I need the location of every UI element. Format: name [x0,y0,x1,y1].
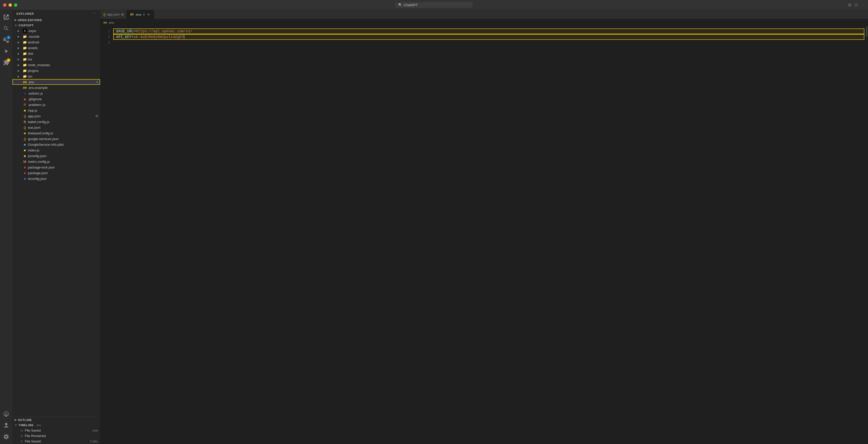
eslintrc-icon: ● [23,91,27,95]
timeline-section-header[interactable]: ▼ TIMELINE .env [12,422,100,428]
gitignore-icon: ◆ [23,97,27,101]
explorer-activity-icon[interactable] [1,12,11,22]
tree-item-appjson[interactable]: {} app.json M [12,113,100,119]
title-search-bar[interactable]: 🔍 ChatGPT [395,2,473,8]
timeline-item-label-2: File Renamed [25,434,96,438]
ios-arrow: ▶ [18,58,22,61]
package-lock-label: package-lock.json [28,165,98,169]
scrollbar-thumb [866,26,867,37]
vscode-folder-icon: 📁 [23,34,27,38]
metro-icon: M [23,159,27,164]
code-key-2: API_KEY [116,35,131,39]
search-activity-icon[interactable] [1,23,11,34]
code-line-3[interactable] [113,40,864,45]
breadcrumb-label: .env [108,21,114,25]
line-number-2: 2 [100,34,113,40]
tree-item-metro[interactable]: M metro.config.js [12,159,100,164]
android-arrow: ▶ [18,41,22,44]
assets-label: assets [28,46,98,50]
outline-arrow: ▶ [14,418,17,421]
expo-label: .expo [28,29,98,33]
tree-item-vscode[interactable]: ▶ 📁 .vscode [12,34,100,39]
plist-icon: ■ [23,142,27,147]
tree-item-indexjs[interactable]: ■ index.js [12,147,100,153]
explorer-title: EXPLORER [17,12,34,15]
remote-icon[interactable] [1,409,11,419]
activity-bar: 4 1 [0,10,12,444]
node-modules-folder-icon: 📁 [23,63,27,67]
tree-item-package[interactable]: ■ package.json [12,170,100,176]
dist-arrow: ▶ [18,52,22,55]
timeline-item-3[interactable]: File Saved 2 wks [12,439,100,444]
editor-scrollbar[interactable] [864,26,868,444]
indexjs-label: index.js [28,148,98,152]
more-icon[interactable]: ⋯ [861,3,865,7]
tree-item-eas[interactable]: {} eas.json [12,125,100,130]
tree-item-appjs[interactable]: ■ App.js [12,107,100,113]
code-editor[interactable]: 1 2 3 BASE_URL=https://api.openai.com/v1… [100,26,868,444]
tree-item-env[interactable]: ## .env U [12,79,100,85]
tree-item-eslintrc[interactable]: ● .eslintrc.js [12,91,100,96]
tree-item-package-lock[interactable]: ■ package-lock.json [12,164,100,170]
tree-item-android[interactable]: ▶ 📁 android [12,39,100,45]
babel-icon: B [23,120,27,124]
plugins-label: plugins [28,69,98,73]
outline-section-header[interactable]: ▶ OUTLINE [12,417,100,422]
customize-layout-icon[interactable]: ⊡ [855,3,858,7]
tab-appjson-badge: M [121,13,124,16]
tree-item-plist[interactable]: ■ GoogleService-Info.plist [12,141,100,147]
title-actions: ⊞ ⊡ ⋯ [848,3,865,7]
split-editor-icon[interactable]: ⊞ [848,3,851,7]
tab-env[interactable]: ## .env U ✕ [127,10,154,19]
google-services-icon: {} [23,137,27,141]
code-line-1[interactable]: BASE_URL=https://api.openai.com/v1/ [113,28,864,34]
timeline-item-2[interactable]: File Renamed [12,433,100,439]
tree-item-prettierrc[interactable]: P .prettierrc.js [12,102,100,107]
tree-item-tsconfig[interactable]: ■ tsconfig.json [12,176,100,182]
tab-env-close-icon[interactable]: ✕ [147,12,151,17]
account-icon[interactable] [1,420,11,431]
code-value-2: sk-4sBJ9e0y6m2pylx4ZgG7 [134,35,184,39]
extensions-badge: 1 [7,58,10,62]
tree-item-src[interactable]: ▶ 📁 src [12,73,100,79]
code-equals-1: = [134,29,136,33]
tree-item-firebase[interactable]: ■ firebaseConfig.ts [12,130,100,136]
src-folder-icon: 📁 [23,74,27,78]
tree-item-assets[interactable]: ▶ 📁 assets [12,45,100,51]
timeline-dot-1 [21,430,23,432]
tab-appjson[interactable]: {} app.json M [100,10,127,19]
open-editors-section[interactable]: ▶ OPEN EDITORS [12,17,100,23]
jsconfig-icon: ■ [23,154,27,158]
settings-icon[interactable] [1,432,11,442]
code-area[interactable]: BASE_URL=https://api.openai.com/v1/ API_… [113,26,864,444]
maximize-button[interactable] [14,3,17,7]
tree-item-node-modules[interactable]: ▶ 📁 node_modules [12,62,100,68]
env-file-icon: ## [23,80,27,84]
tree-item-babel[interactable]: B babel.config.js [12,119,100,125]
open-editors-label: OPEN EDITORS [18,19,42,22]
close-button[interactable] [3,3,6,7]
run-debug-activity-icon[interactable] [1,46,11,56]
tree-item-gitignore[interactable]: ◆ .gitignore [12,96,100,102]
source-control-activity-icon[interactable]: 4 [1,35,11,45]
timeline-file-label: .env [36,423,41,427]
extensions-activity-icon[interactable]: 1 [1,57,11,68]
chatgpt-project-section[interactable]: ▼ CHATGPT [12,23,100,28]
minimize-button[interactable] [8,3,12,7]
tsconfig-icon: ■ [23,177,27,181]
line-numbers: 1 2 3 [100,26,113,444]
explorer-more-icon[interactable]: ⋯ [93,12,96,15]
title-bar: ← → 🔍 ChatGPT ⊞ ⊡ ⋯ [0,0,868,10]
timeline-dot-2 [21,435,23,437]
tree-item-expo[interactable]: ▶ A .expo [12,28,100,34]
explorer-content: ▶ OPEN EDITORS ▼ CHATGPT ▶ A .expo ▶ 📁 .… [12,17,100,417]
tree-item-env-example[interactable]: ## .env.example [12,85,100,91]
timeline-item-1[interactable]: File Saved now [12,428,100,433]
code-line-2[interactable]: API_KEY=sk-4sBJ9e0y6m2pylx4ZgG7 [113,34,864,40]
tree-item-jsconfig[interactable]: ■ jsconfig.json [12,153,100,159]
tree-item-ios[interactable]: ▶ 📁 ios [12,56,100,62]
gitignore-label: .gitignore [28,97,98,101]
tree-item-google-services[interactable]: {} google-services.json [12,136,100,141]
tree-item-plugins[interactable]: ▶ 📁 plugins [12,68,100,73]
tree-item-dist[interactable]: ▶ 📁 dist [12,51,100,56]
